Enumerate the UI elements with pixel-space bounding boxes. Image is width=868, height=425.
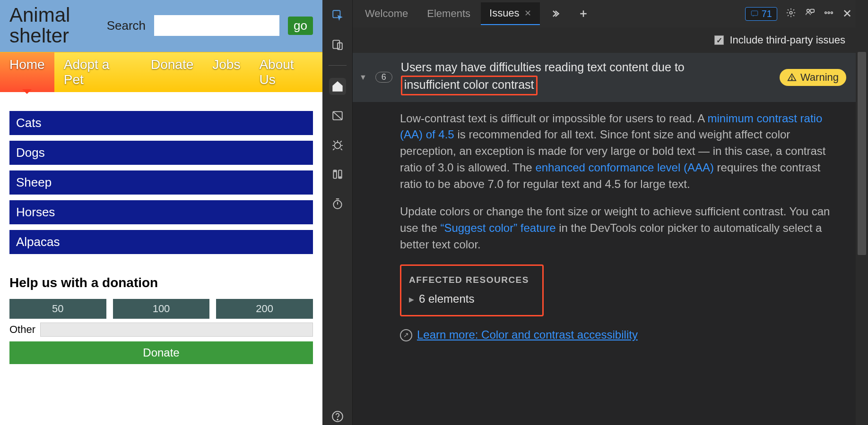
site-title: Animal shelter <box>9 5 107 46</box>
activity-bar <box>322 0 353 425</box>
nav-home[interactable]: Home <box>0 52 54 92</box>
site-content: Cats Dogs Sheep Horses Alpacas Help us w… <box>0 92 322 374</box>
donation-heading: Help us with a donation <box>9 275 313 290</box>
svg-point-15 <box>828 12 830 14</box>
demo-site: Animal shelter Search go Home Adopt a Pe… <box>0 0 322 425</box>
svg-point-12 <box>807 9 810 12</box>
other-amount-input[interactable] <box>40 323 313 337</box>
list-item[interactable]: Cats <box>9 111 313 135</box>
svg-point-9 <box>337 419 338 420</box>
contrast-aaa-link[interactable]: enhanced conformance level (AAA) <box>535 161 714 174</box>
devtools-close-button[interactable]: ✕ <box>842 7 852 20</box>
svg-point-11 <box>790 11 792 14</box>
animal-list: Cats Dogs Sheep Horses Alpacas <box>9 111 313 254</box>
tab-issues[interactable]: Issues ✕ <box>481 2 540 25</box>
issue-paragraph: Update colors or change the font size or… <box>400 204 839 253</box>
svg-point-4 <box>334 143 340 149</box>
svg-point-16 <box>831 12 833 14</box>
learn-more-row: ↗ Learn more: Color and contrast accessi… <box>400 327 839 343</box>
issues-filter-bar: ✓ Include third-party issues <box>353 27 856 53</box>
device-icon[interactable] <box>329 36 346 53</box>
issue-count-pill: 6 <box>375 72 392 83</box>
nav-adopt[interactable]: Adopt a Pet <box>54 52 141 92</box>
close-icon[interactable]: ✕ <box>524 8 531 18</box>
affected-resources-box: AFFECTED RESOURCES ▶ 6 elements <box>400 264 544 316</box>
swap-icon[interactable] <box>329 166 346 183</box>
issue-title: Users may have difficulties reading text… <box>401 60 771 95</box>
site-header: Animal shelter Search go <box>0 0 322 52</box>
svg-rect-10 <box>751 11 758 16</box>
external-link-icon: ↗ <box>400 329 412 341</box>
donation-other-row: Other <box>9 323 313 337</box>
help-icon[interactable] <box>329 408 346 425</box>
devtools-panel: Welcome Elements Issues ✕ 71 <box>353 0 856 425</box>
tab-welcome[interactable]: Welcome <box>356 3 417 25</box>
more-icon[interactable] <box>824 8 834 20</box>
affected-resources-heading: AFFECTED RESOURCES <box>409 273 529 287</box>
gear-icon[interactable] <box>786 8 796 20</box>
home-icon[interactable] <box>329 78 346 95</box>
svg-rect-1 <box>333 40 339 48</box>
messages-count: 71 <box>762 8 772 19</box>
stopwatch-icon[interactable] <box>329 195 346 212</box>
affected-elements-row[interactable]: ▶ 6 elements <box>409 291 529 307</box>
scrollbar[interactable] <box>856 0 868 425</box>
search-input[interactable] <box>154 15 279 36</box>
search-group: Search go <box>107 15 313 36</box>
devtools-tabbar: Welcome Elements Issues ✕ 71 <box>353 0 856 27</box>
primary-nav: Home Adopt a Pet Donate Jobs About Us <box>0 52 322 92</box>
svg-point-17 <box>791 79 792 80</box>
issue-header[interactable]: ▼ 6 Users may have difficulties reading … <box>353 53 856 102</box>
scrollbar-thumb[interactable] <box>858 52 866 255</box>
new-tab-button[interactable] <box>570 4 597 23</box>
warning-badge: Warning <box>780 69 846 86</box>
devtools: Welcome Elements Issues ✕ 71 <box>322 0 868 425</box>
list-item[interactable]: Dogs <box>9 141 313 165</box>
list-item[interactable]: Horses <box>9 200 313 224</box>
donation-amount-row: 50 100 200 <box>9 299 313 319</box>
tab-elements[interactable]: Elements <box>418 3 479 25</box>
messages-chip[interactable]: 71 <box>745 7 777 21</box>
image-off-icon[interactable] <box>329 107 346 124</box>
search-go-button[interactable]: go <box>288 17 313 35</box>
chevron-right-icon: ▶ <box>409 295 414 304</box>
issue-body: Low-contrast text is difficult or imposs… <box>353 102 856 353</box>
donate-button[interactable]: Donate <box>9 341 313 364</box>
feedback-icon[interactable] <box>805 8 815 20</box>
tab-issues-label: Issues <box>489 7 520 19</box>
other-label: Other <box>9 323 35 336</box>
more-tabs-button[interactable] <box>542 4 568 23</box>
amount-200-button[interactable]: 200 <box>216 299 313 319</box>
inspect-icon[interactable] <box>329 7 346 24</box>
include-third-party-label: Include third-party issues <box>729 34 845 46</box>
nav-donate[interactable]: Donate <box>141 52 203 92</box>
issue-paragraph: Low-contrast text is difficult or imposs… <box>400 110 839 193</box>
bug-icon[interactable] <box>329 136 346 153</box>
nav-jobs[interactable]: Jobs <box>203 52 250 92</box>
learn-more-link[interactable]: Learn more: Color and contrast accessibi… <box>417 327 638 343</box>
svg-point-7 <box>333 201 341 209</box>
tabbar-right-icons: 71 ✕ <box>745 7 852 21</box>
activity-separator <box>329 65 347 66</box>
list-item[interactable]: Sheep <box>9 170 313 195</box>
svg-point-14 <box>825 12 827 14</box>
amount-50-button[interactable]: 50 <box>9 299 106 319</box>
nav-about[interactable]: About Us <box>250 52 322 92</box>
search-label: Search <box>107 18 146 33</box>
suggest-color-link[interactable]: “Suggest color” feature <box>440 221 556 234</box>
include-third-party-checkbox[interactable]: ✓ <box>714 35 724 45</box>
svg-rect-13 <box>810 9 814 12</box>
list-item[interactable]: Alpacas <box>9 230 313 254</box>
amount-100-button[interactable]: 100 <box>113 299 210 319</box>
issue-title-highlight: insufficient color contrast <box>401 76 538 95</box>
chevron-down-icon[interactable]: ▼ <box>359 73 367 82</box>
